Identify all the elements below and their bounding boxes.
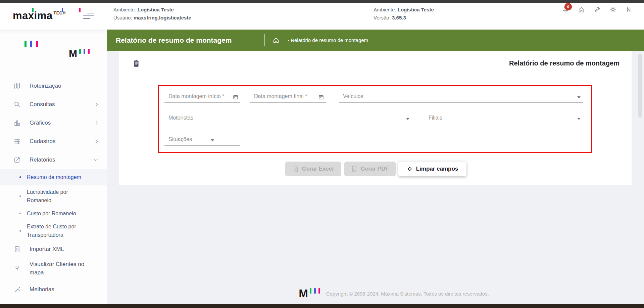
sidebar-nav: Roteirização Consultas [0, 77, 107, 299]
sidebar-item-label: Melhorias [30, 285, 54, 294]
footer: M Copyright © 2008-2024. Máxima Sistemas… [144, 285, 644, 302]
footer-logo-m: M [299, 288, 308, 299]
edit-icon [13, 156, 21, 164]
bar-chart-icon [13, 119, 21, 127]
environment-version-info: Ambiente: Logística Teste Versão: 3.65.3 [374, 6, 434, 23]
sidebar-item-visualizar-clientes[interactable]: Visualizar Clientes no mapa [0, 257, 107, 280]
dropdown-caret-icon [406, 118, 409, 120]
route-n-icon[interactable] [624, 5, 633, 14]
environment-info: Ambiente: Logística Teste Usuário: maxst… [113, 6, 191, 23]
sidebar-subitem-extrato-de-custo[interactable]: Extrato de Custo por Transportadora [0, 220, 107, 241]
logo-m-bars [79, 49, 92, 54]
sidebar-item-cadastros[interactable]: Cadastros [0, 132, 107, 150]
field-label: Veículos [343, 93, 363, 99]
brand-sub: TECH [53, 11, 66, 15]
copyright-text: Copyright © 2008-2024. Máxima Sistemas. … [326, 291, 489, 297]
sidebar-subitem-label: Custo por Romaneio [27, 209, 76, 218]
sidebar-item-label: Gráficos [30, 119, 51, 127]
gear-icon[interactable] [608, 5, 617, 14]
sidebar-item-relatorios[interactable]: Relatórios [0, 150, 107, 169]
app-root: maximaTECH Ambiente: Logística Teste Usu… [0, 0, 644, 308]
wrench-icon[interactable] [593, 5, 601, 14]
clear-fields-button[interactable]: Limpar campos [398, 162, 466, 176]
sidebar-item-consultas[interactable]: Consultas [0, 95, 107, 114]
main-content: Relatório de resumo de montagem Data mon… [107, 51, 644, 304]
sidebar-item-graficos[interactable]: Gráficos [0, 114, 107, 132]
button-label: Gerar PDF [360, 166, 389, 172]
sidebar-subitem-label: Lucratividade por Romaneio [27, 188, 87, 205]
env2-label: Ambiente: [374, 7, 396, 12]
situations-select[interactable]: Situações [164, 132, 240, 146]
env-value: Logística Teste [138, 7, 174, 12]
brand-tick-pink [79, 8, 81, 12]
branches-select[interactable]: Filiais [425, 111, 583, 124]
map-pin-icon [13, 265, 21, 272]
sidebar: M Roteirização Consultas [0, 30, 107, 304]
vehicles-select[interactable]: Veículos [339, 89, 583, 103]
footer-logo: M [299, 288, 323, 299]
sidebar-item-label: Consultas [30, 100, 55, 108]
sidebar-subitem-resumo-de-montagem[interactable]: Resumo de montagem [0, 169, 107, 185]
sidebar-item-label: Cadastros [30, 137, 55, 145]
date-end-field[interactable]: Data montagem final * [250, 89, 326, 103]
brand-logo: maximaTECH [13, 8, 83, 23]
logo-m-letter: M [69, 48, 77, 59]
hamburger-menu-icon[interactable] [83, 13, 94, 20]
notifications-bell-icon[interactable]: 0 [561, 5, 570, 14]
excel-file-icon [293, 166, 299, 172]
sidebar-item-melhorias[interactable]: Melhorias [0, 280, 107, 299]
topbar-divider [264, 34, 265, 46]
button-label: Gerar Excel [302, 166, 334, 172]
sidebar-item-label: Relatórios [30, 156, 55, 164]
sidebar-item-roteirizacao[interactable]: Roteirização [0, 77, 107, 95]
sidebar-logo-m: M [69, 48, 92, 59]
sidebar-subitem-custo-por-romaneio[interactable]: Custo por Romaneio [0, 207, 107, 220]
pdf-file-icon [351, 166, 357, 172]
bottom-strip [0, 304, 644, 308]
button-label: Limpar campos [416, 166, 458, 172]
bullet-dot [19, 213, 21, 214]
user-value: maxstring.logisticateste [134, 15, 191, 20]
sidebar-subitem-lucratividade-por-romaneio[interactable]: Lucratividade por Romaneio [0, 185, 107, 207]
field-label: Filiais [429, 115, 442, 121]
magic-wand-icon [13, 286, 21, 293]
search-icon [13, 101, 21, 108]
generate-pdf-button[interactable]: Gerar PDF [344, 162, 396, 176]
brand-tick-green [32, 8, 34, 12]
vertical-scrollbar[interactable] [638, 54, 642, 118]
page-title: Relatório de resumo de montagem [116, 30, 232, 51]
chevron-right-icon [95, 139, 98, 144]
chevron-right-icon [95, 121, 98, 125]
generate-excel-button[interactable]: Gerar Excel [285, 162, 341, 176]
date-start-field[interactable]: Data montagem início * [164, 89, 240, 103]
sidebar-subitem-label: Resumo de montagem [27, 173, 81, 181]
user-label: Usuário: [113, 15, 132, 20]
sidebar-item-label: Importar XML [30, 245, 64, 253]
bullet-dot [19, 176, 21, 178]
calendar-icon[interactable] [233, 94, 238, 100]
field-label: Data montagem final * [254, 93, 307, 99]
drivers-select[interactable]: Motoristas [164, 111, 412, 124]
eraser-icon [407, 166, 413, 172]
clipboard-icon [133, 59, 140, 68]
breadcrumb: - Relatório de resumo de montagem [288, 30, 368, 51]
page-topbar: Relatório de resumo de montagem - Relató… [107, 30, 644, 51]
sidebar-logo-bars [24, 41, 42, 47]
dropdown-caret-icon [577, 96, 581, 98]
calendar-icon[interactable] [318, 94, 324, 100]
breadcrumb-home-icon[interactable] [273, 37, 280, 44]
card-title: Relatório de resumo de montagem [509, 59, 620, 67]
field-label: Situações [168, 136, 192, 142]
brand-tick-blue [62, 8, 63, 12]
version-value: 3.65.3 [392, 15, 406, 20]
footer-logo-bars [310, 288, 323, 294]
sidebar-item-label: Visualizar Clientes no mapa [30, 260, 92, 277]
field-label: Data montagem início * [168, 93, 224, 99]
sidebar-item-importar-xml[interactable]: Importar XML [0, 241, 107, 257]
map-icon [13, 82, 21, 90]
bullet-dot [19, 230, 21, 232]
notification-count-badge: 0 [565, 3, 572, 10]
field-label: Motoristas [168, 115, 193, 121]
home-icon[interactable] [577, 5, 586, 14]
app-header: maximaTECH Ambiente: Logística Teste Usu… [0, 3, 644, 30]
